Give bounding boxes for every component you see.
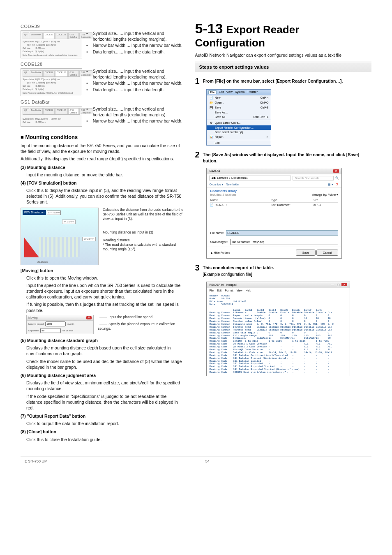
- col-size[interactable]: Size: [313, 199, 338, 201]
- np-menu-edit[interactable]: Edit: [217, 289, 221, 292]
- gear-icon: ⚙: [209, 121, 213, 125]
- arrange-by-dropdown[interactable]: Arrange by: Folder ▾: [312, 193, 339, 198]
- heading-code128: CODE128: [21, 62, 183, 67]
- bullets-code39: Symbol size...... input the vertical and…: [86, 30, 183, 55]
- heading-gs1: GS1 DataBar: [21, 99, 183, 104]
- menu-item-open[interactable]: 📂Open...Ctrl+O: [207, 100, 271, 105]
- menu-system[interactable]: System: [235, 90, 244, 94]
- menu-view[interactable]: View: [226, 90, 233, 94]
- search-icon: 🔍: [335, 176, 339, 180]
- fig-saveas-window: Save As✕ ◀ ▶ Libraries ▸ Documents ▸ Sea…: [206, 168, 342, 259]
- fig-gs1-settings: QR DataMatrix CODE39 CODE128 GS1 DataBar…: [21, 106, 82, 127]
- bullets-gs1: Symbol size...... input the vertical and…: [86, 106, 183, 125]
- np-menu-file[interactable]: File: [209, 289, 213, 292]
- col-type[interactable]: Type: [271, 199, 310, 201]
- np-menu-view[interactable]: View: [237, 289, 242, 292]
- exposure-input[interactable]: [40, 328, 61, 333]
- menu-item-saveas[interactable]: Save As...: [207, 110, 271, 115]
- close-icon[interactable]: ✕: [333, 169, 339, 173]
- mounting-body: Input the mounting distance of the SR-75…: [21, 143, 183, 205]
- chart-icon: 📊: [209, 135, 213, 139]
- np-menu-help[interactable]: Help: [246, 289, 251, 292]
- folder-icon: 📂: [209, 101, 213, 104]
- menu-item-quicksetup[interactable]: ⚙Quick Setup Code...: [207, 120, 271, 125]
- organize-button[interactable]: Organize ▾: [209, 183, 223, 186]
- save-button[interactable]: Save: [296, 250, 316, 256]
- menu-item-export-reader[interactable]: Export Reader Configuration...: [207, 125, 271, 130]
- menu-file[interactable]: File: [208, 90, 216, 94]
- fov-annotations: Calculates the distance from the code su…: [103, 208, 183, 253]
- search-input[interactable]: Search Documents: [293, 176, 334, 180]
- page-footer: E SR-750 UM 54: [21, 456, 371, 466]
- step-1: 1 From [File] on the menu bar, select [E…: [195, 77, 371, 85]
- moving-speed-input[interactable]: [45, 321, 66, 326]
- notepad-content: Reader READER Model SR-751 File Name Unt…: [207, 293, 350, 376]
- breadcrumb[interactable]: ◀ ▶ Libraries ▸ Documents ▸: [209, 176, 291, 180]
- file-icon: 📄: [209, 96, 213, 99]
- filename-input[interactable]: [226, 230, 338, 236]
- moving-annotations: Input the planned line speed Specify the…: [98, 315, 183, 333]
- menu-item-new[interactable]: 📄NewCtrl+N: [207, 95, 271, 100]
- heading-mounting: Mounting conditions: [21, 134, 183, 140]
- file-row[interactable]: 📄 READER Text Document 35 KB: [210, 203, 338, 208]
- page-title: 5-13Export Reader Configuration: [195, 21, 371, 49]
- fig-moving-window: Moving✕ Moving speed m/min Exposure us o…: [26, 315, 94, 334]
- fig-file-menu: File Edit View System Transfer 📄NewCtrl+…: [206, 89, 271, 146]
- intro-text: AutoID Network Navigator can export conf…: [195, 53, 371, 58]
- step-3: 3 This concludes export of the table. [E…: [195, 264, 371, 278]
- step-2: 2 The [Save As] window will be displayed…: [195, 150, 371, 164]
- menu-edit[interactable]: Edit: [219, 90, 224, 94]
- menu-item-save[interactable]: 💾SaveCtrl+S: [207, 105, 271, 110]
- menu-item-serial[interactable]: Save serial number (I): [207, 130, 271, 134]
- menu-transfer[interactable]: Transfer: [247, 90, 258, 94]
- np-menu-format[interactable]: Format: [225, 289, 233, 292]
- col-name[interactable]: Name: [210, 199, 267, 201]
- menu-item-report[interactable]: 📊Report▸: [207, 134, 271, 139]
- fig-fov-simulation: FOV Simulation SR-750HA 44.16mm 29.26mm …: [21, 208, 99, 265]
- close-icon[interactable]: ✕: [341, 283, 347, 286]
- chevron-right-icon: ▸: [267, 135, 268, 139]
- hide-folders-button[interactable]: ▲ Hide Folders: [210, 251, 230, 254]
- disk-icon: 💾: [209, 106, 213, 109]
- newfolder-button[interactable]: New folder: [226, 183, 240, 186]
- heading-moving: [Moving] button: [21, 268, 183, 273]
- fig-code39-settings: QR DataMatrix CODE39 CODE128 GS1 DataBar…: [21, 30, 82, 58]
- steps-heading: Steps to export settings values: [195, 62, 371, 72]
- bullets-code128: Symbol size...... input the vertical and…: [86, 68, 183, 93]
- fig-code128-settings: QR DataMatrix CODE39 CODE128 GS1 DataBar…: [21, 68, 82, 96]
- close-icon: ✕: [86, 316, 92, 319]
- cancel-button[interactable]: Cancel: [316, 250, 339, 256]
- menu-item-saveall[interactable]: Save AllCtrl+Shift+L: [207, 115, 271, 119]
- save-type-dropdown[interactable]: [230, 239, 339, 245]
- library-title: Documents library: [210, 189, 338, 193]
- menu-item-exit[interactable]: Exit: [207, 141, 271, 145]
- fig-notepad: READER.txt - Notepad—▢✕ File Edit Format…: [206, 282, 350, 376]
- heading-code39: CODE39: [21, 24, 183, 29]
